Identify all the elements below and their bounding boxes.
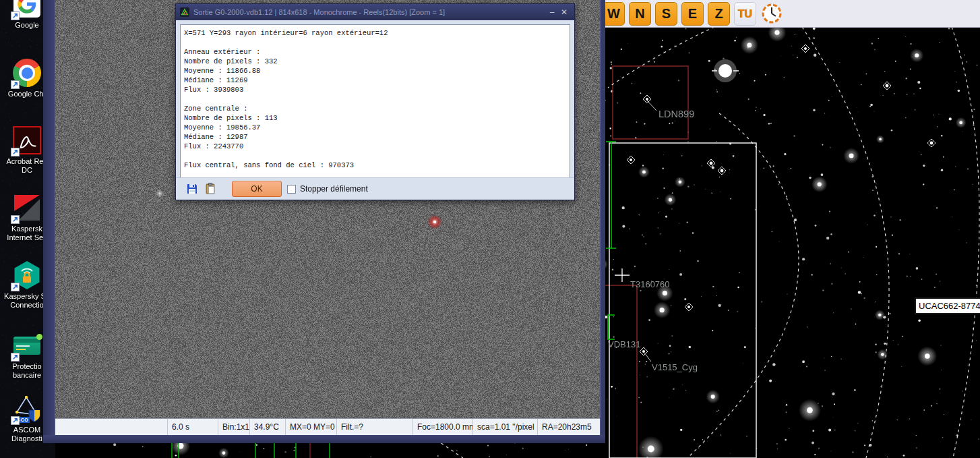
shortcut-arrow-icon xyxy=(11,80,20,89)
minimize-icon[interactable]: – xyxy=(546,7,558,17)
clock-button[interactable] xyxy=(760,2,783,26)
star-tooltip: UCAC662-87748 xyxy=(915,297,980,314)
icon-label: Diagnosti xyxy=(11,434,42,443)
shortcut-arrow-icon xyxy=(11,148,20,156)
toolbar-button-west[interactable]: W xyxy=(603,2,625,26)
status-cell-empty xyxy=(55,419,168,435)
toolbar-button-east[interactable]: E xyxy=(681,2,704,26)
dialog-title-bar[interactable]: Sortie G0-2000-vdb1.12 | 814x618 - Monoc… xyxy=(176,4,574,20)
starmap-toolbar: W N S E Z TU xyxy=(602,0,980,28)
icon-label: Connectio xyxy=(10,301,44,310)
icon-label: Google xyxy=(15,21,38,30)
screen: LDN899 T3160760 VDB131 V1515_Cyg UCAC662… xyxy=(0,0,980,458)
shortcut-arrow-icon xyxy=(11,353,20,362)
status-bar: 6.0 s Bin:1x1 34.9°C MX=0 MY=0 Filt.=? F… xyxy=(55,418,600,435)
toolbar-button-south[interactable]: S xyxy=(655,2,677,26)
window-border-left xyxy=(43,0,55,443)
close-icon[interactable]: ✕ xyxy=(558,7,570,17)
status-cell-temperature: 34.9°C xyxy=(250,419,286,435)
save-icon[interactable] xyxy=(187,183,197,194)
status-cell-binning: Bin:1x1 xyxy=(218,419,250,435)
icon-label: DC xyxy=(22,166,32,175)
clock-icon xyxy=(761,3,783,24)
toolbar-button-zenith[interactable]: Z xyxy=(708,2,730,26)
icon-label: Internet Sec xyxy=(7,233,47,242)
icon-label: Protectio xyxy=(12,362,41,371)
status-cell-ra: RA=20h23m5 xyxy=(538,419,600,435)
icon-label: Acrobat Rea xyxy=(6,157,47,166)
status-cell-exposure: 6.0 s xyxy=(168,419,218,435)
icon-label: ASCOM xyxy=(13,426,40,434)
photometry-report-area: X=571 Y=293 rayon intérieur=6 rayon exté… xyxy=(180,24,570,178)
icon-label: Google Chr xyxy=(8,90,46,98)
shortcut-arrow-icon xyxy=(11,11,20,20)
status-cell-focal: Foc=1800.0 mm xyxy=(413,419,473,435)
window-border-bottom xyxy=(43,435,605,443)
icon-label: Kaspersk xyxy=(11,225,42,233)
shortcut-arrow-icon xyxy=(11,416,20,425)
stop-scrolling-checkbox[interactable] xyxy=(287,185,296,194)
toolbar-button-north[interactable]: N xyxy=(629,2,651,26)
status-cell-scale: sca=1.01 "/pixel xyxy=(473,419,538,435)
prism-app-icon xyxy=(180,7,189,17)
shortcut-arrow-icon xyxy=(11,215,20,224)
window-border-right xyxy=(600,0,605,443)
banking-protection-logo-icon xyxy=(13,337,40,355)
photometry-dialog: Sortie G0-2000-vdb1.12 | 814x618 - Monoc… xyxy=(175,3,575,200)
photometry-report-text: X=571 Y=293 rayon intérieur=6 rayon exté… xyxy=(184,28,570,170)
dialog-button-row: OK Stopper défilement xyxy=(176,177,574,200)
status-cell-mouse-xy: MX=0 MY=0 xyxy=(286,419,337,435)
stop-scrolling-label: Stopper défilement xyxy=(300,184,368,194)
shortcut-arrow-icon xyxy=(11,283,20,291)
toolbar-button-universal-time[interactable]: TU xyxy=(734,2,756,26)
icon-label: bancaire xyxy=(13,371,41,380)
paste-icon[interactable] xyxy=(205,183,216,194)
dialog-title: Sortie G0-2000-vdb1.12 | 814x618 - Monoc… xyxy=(193,8,546,16)
status-cell-filter: Filt.=? xyxy=(337,419,413,435)
ok-button[interactable]: OK xyxy=(232,181,282,197)
